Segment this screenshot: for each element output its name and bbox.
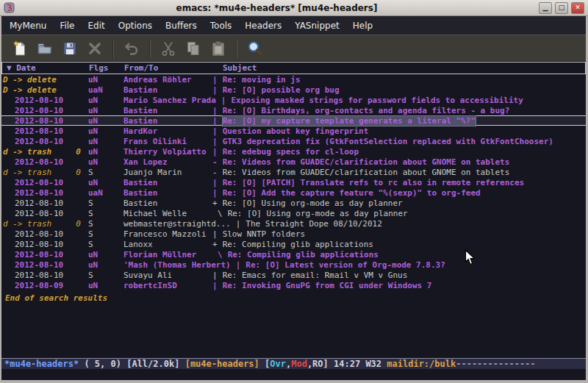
- column-header-flags[interactable]: Flgs: [89, 63, 124, 73]
- message-subject: Re: Videos from GUADEC/clarification abo…: [223, 157, 510, 167]
- thread-separator: |: [212, 85, 218, 95]
- thread-separator: |: [212, 126, 218, 136]
- message-row[interactable]: 2012-08-10uaNBastien|Re: [O] Add the cap…: [1, 187, 586, 198]
- window-title: emacs: *mu4e-headers* [mu4e-headers]: [18, 3, 536, 13]
- thread-separator: |: [212, 75, 218, 85]
- message-flags: uN: [88, 147, 123, 157]
- thread-separator: |: [212, 106, 218, 115]
- message-subject: GTK3 deprecation fix (GtkFontSelection r…: [223, 137, 553, 146]
- search-icon[interactable]: [243, 37, 268, 60]
- message-flags: uN: [88, 75, 123, 85]
- message-flags: S: [88, 209, 123, 218]
- message-row[interactable]: 2012-08-10uNBastien|Re: [O] Birthdays, o…: [1, 105, 586, 115]
- message-flags: uN: [88, 137, 123, 146]
- message-row[interactable]: 2012-08-10uNBastien|Re: [O] my capture t…: [1, 115, 586, 126]
- menu-item-edit[interactable]: Edit: [82, 18, 112, 34]
- message-from: Bastien: [123, 106, 207, 115]
- message-row[interactable]: 2012-08-10uNBastien|Re: [O] [PATCH] Tran…: [1, 177, 586, 187]
- message-date: 2012-08-10: [3, 250, 88, 259]
- message-flags: S: [88, 198, 123, 208]
- message-subject: Re: Compiling glib applications: [228, 250, 379, 259]
- menu-item-file[interactable]: File: [53, 18, 81, 34]
- thread-separator: |: [212, 229, 218, 239]
- message-from: Lanoxx: [123, 240, 207, 249]
- message-from: Andreas Röhler: [123, 75, 207, 85]
- message-flags: uN: [88, 250, 123, 259]
- column-header-subject[interactable]: Subject: [223, 63, 257, 73]
- message-from: Bastien: [123, 85, 207, 95]
- message-date: 2012-08-10: [3, 260, 88, 270]
- message-row[interactable]: 2012-08-10uNFrans Oilinki|GTK3 deprecati…: [1, 136, 586, 146]
- copy-icon[interactable]: [181, 37, 206, 60]
- message-date: 2012-08-10: [3, 229, 88, 239]
- menu-item-headers[interactable]: Headers: [238, 18, 288, 34]
- modeline-segment: W32: [365, 359, 387, 369]
- thread-separator: |: [212, 281, 218, 290]
- titlebar[interactable]: emacs: *mu4e-headers* [mu4e-headers] ▁ □…: [0, 0, 588, 16]
- maximize-button[interactable]: □: [555, 2, 568, 14]
- message-mark: d -> trash 0: [3, 219, 88, 229]
- message-mark: D -> delete: [3, 75, 88, 85]
- minimize-button[interactable]: ▁: [539, 2, 552, 14]
- echo-area[interactable]: [1, 369, 586, 380]
- save-icon[interactable]: [57, 37, 82, 60]
- message-date: 2012-08-10: [3, 106, 88, 115]
- message-from: robertcInSD: [123, 281, 207, 290]
- message-row[interactable]: d -> trash 0uNThierry Volpiatto|Re: edeb…: [1, 146, 586, 157]
- paste-icon[interactable]: [206, 37, 231, 60]
- close-button[interactable]: ✕: [571, 2, 584, 14]
- message-row[interactable]: 2012-08-10uN'Mash (Thomas Herbert)|Re: […: [1, 259, 586, 270]
- message-row[interactable]: 2012-08-10SLanoxx+Re: Compiling glib app…: [1, 239, 586, 249]
- message-mark: d -> trash 0: [3, 147, 88, 157]
- thread-separator: +: [212, 198, 218, 208]
- message-flags: uN: [88, 116, 123, 126]
- message-flags: uaN: [88, 188, 123, 198]
- message-row[interactable]: 2012-08-10uNXan Lopez-Re: Videos from GU…: [1, 157, 586, 167]
- thread-separator: |: [212, 147, 218, 157]
- mu4e-headers-buffer[interactable]: ▼ Date Flgs From/To Subject D -> deleteu…: [1, 62, 586, 358]
- menu-item-help[interactable]: Help: [346, 18, 379, 34]
- message-date: 2012-08-10: [3, 96, 88, 105]
- message-mark: d -> trash 0: [3, 168, 88, 177]
- message-from: Francesco Mazzoli: [123, 229, 207, 239]
- message-row[interactable]: D -> deleteuNAndreas Röhler|Re: moving i…: [1, 74, 586, 85]
- menu-item-yasnippet[interactable]: YASnippet: [288, 18, 346, 34]
- message-date: 2012-08-10: [3, 178, 88, 187]
- message-row[interactable]: d -> trash 0Swebmaster@straightd...|The …: [1, 218, 586, 229]
- thread-separator: |: [212, 188, 218, 198]
- message-date: 2012-08-10: [3, 157, 88, 167]
- undo-icon[interactable]: [119, 37, 144, 60]
- menu-item-buffers[interactable]: Buffers: [159, 18, 204, 34]
- modeline-segment: *mu4e-headers*: [4, 359, 79, 369]
- open-file-icon[interactable]: [32, 37, 57, 60]
- message-flags: uN: [88, 260, 123, 270]
- column-header-from[interactable]: From/To: [124, 63, 208, 73]
- message-row[interactable]: 2012-08-10SBastien+Re: [O] Using org-mod…: [1, 198, 586, 208]
- message-subject: Re: [O] Add the capture feature "%(sexp)…: [223, 188, 481, 198]
- message-subject: Re: Invoking GnuPG from CGI under Window…: [223, 281, 432, 290]
- menu-item-options[interactable]: Options: [112, 18, 159, 34]
- thread-separator: |: [212, 137, 218, 146]
- message-row[interactable]: 2012-08-10uNMario Sanchez Prada|Exposing…: [1, 95, 586, 105]
- message-row[interactable]: 2012-08-10uNFlorian Müllner\Re: Compilin…: [1, 249, 586, 259]
- message-row[interactable]: D -> deleteuaNBastien|Re: [O] possible o…: [1, 85, 586, 95]
- message-row[interactable]: 2012-08-10SMichael Welle\Re: [O] Using o…: [1, 208, 586, 218]
- message-row[interactable]: 2012-08-10SFrancesco Mazzoli|Slow NNTP f…: [1, 229, 586, 239]
- cut-icon[interactable]: [156, 37, 181, 60]
- modeline-segment: [All/2.0k]: [126, 359, 184, 369]
- message-date: 2012-08-10: [3, 240, 88, 249]
- message-row[interactable]: d -> trash 0SJuanjo Marin-Re: Videos fro…: [1, 167, 586, 177]
- new-file-icon[interactable]: [7, 37, 32, 60]
- column-header-date[interactable]: ▼ Date: [4, 63, 89, 73]
- message-from: Frans Oilinki: [123, 137, 207, 146]
- modeline-segment: [mu4e-headers]: [185, 359, 265, 369]
- message-flags: uaN: [88, 85, 123, 95]
- header-line: ▼ Date Flgs From/To Subject: [1, 62, 586, 74]
- message-row[interactable]: 2012-08-10SSuvayu Ali|Re: Emacs for emai…: [1, 270, 586, 280]
- message-row[interactable]: 2012-08-09uNrobertcInSD|Re: Invoking Gnu…: [1, 280, 586, 290]
- menu-item-mymenu[interactable]: MyMenu: [3, 18, 53, 34]
- menu-item-tools[interactable]: Tools: [204, 18, 239, 34]
- message-from: Thierry Volpiatto: [123, 147, 207, 157]
- close-buffer-icon[interactable]: [82, 37, 107, 60]
- message-row[interactable]: 2012-08-10uNHardKor|Question about key f…: [1, 126, 586, 136]
